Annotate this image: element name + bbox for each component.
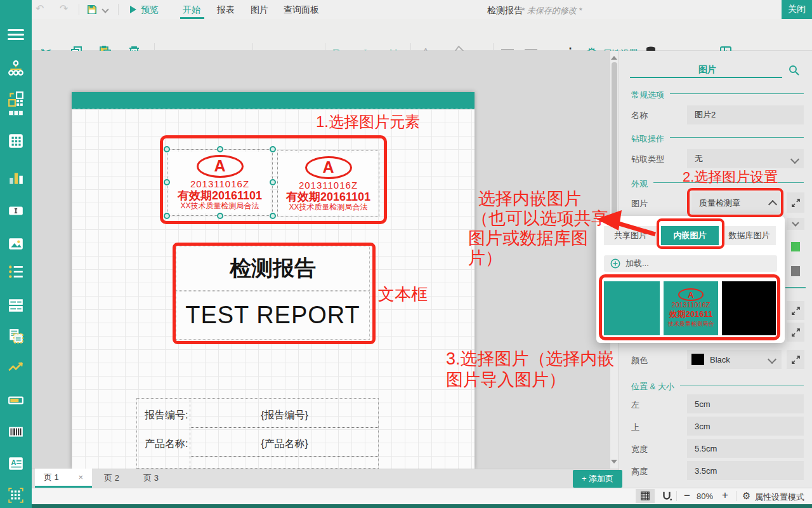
resize-handle-nw[interactable] [164,146,170,152]
stamp-logo: A [305,156,352,179]
table-row-value[interactable]: {报告编号} [190,409,379,422]
section-divider [653,182,804,183]
stamp-serial: 201311016Z [190,178,249,189]
color-expand-tile[interactable] [787,350,804,369]
save-options-chevron-icon[interactable] [102,6,108,13]
thumbnail-teal-image[interactable] [604,281,660,335]
subreport-icon[interactable] [8,328,24,344]
rich-text-icon[interactable]: A [8,455,24,472]
table-icon[interactable] [8,297,24,314]
width-field[interactable]: 5.5cm [687,439,804,458]
stamp-agency: XX技术质量检测局合法 [289,203,367,211]
close-button[interactable]: 关闭 [782,0,812,19]
image-icon[interactable] [8,236,24,252]
table-row-value[interactable]: {产品名称} [190,438,379,451]
stamp-letter: A [322,159,334,175]
preview-button[interactable]: 预览 [141,4,159,16]
drill-type-select[interactable]: 无 [687,149,804,168]
stamp-image-1[interactable]: A 201311016Z 有效期20161101 XX技术质量检测局合法 [169,152,270,213]
tab-database-images[interactable]: 数据库图片 [723,226,776,245]
color-label: 颜色 [631,355,648,366]
mode-gear-icon[interactable]: ⚙ [742,490,750,502]
stamp-agency: 技术质量检测局合 [668,320,714,328]
resize-handle-s[interactable] [217,213,223,219]
image-picker-popup: 共享图片 内嵌图片 数据库图片 加载... A 201311016Z 效期201… [596,216,785,343]
name-field[interactable]: 图片2 [687,105,804,124]
grid-toggle-button[interactable] [636,489,655,503]
bar-chart-icon[interactable] [8,170,24,186]
hierarchy-icon[interactable] [8,60,24,76]
page-tab-1[interactable]: 页 1 × [35,469,92,488]
status-bar [32,488,812,504]
zoom-in-button[interactable]: + [722,489,728,502]
tablix-icon[interactable] [8,487,24,504]
textbox-icon[interactable] [8,203,24,219]
add-page-button[interactable]: + 添加页 [573,470,622,488]
thumbnail-black-image[interactable] [722,281,776,335]
section-general-options: 常规选项 [631,90,664,101]
panel-title: 图片 [631,64,783,76]
hidden-row-expand-tile[interactable] [787,323,804,342]
resize-handle-n[interactable] [217,146,223,152]
zoom-out-button[interactable]: − [684,490,690,502]
progress-bar-icon[interactable] [8,392,24,408]
left-field[interactable]: 5cm [687,394,804,413]
tab-query-panel[interactable]: 查询面板 [284,4,319,16]
tab-report[interactable]: 报表 [217,4,235,16]
stamp-agency: XX技术质量检测局合法 [180,202,259,210]
save-icon[interactable] [86,4,98,15]
resize-handle-ne[interactable] [270,146,276,152]
stamp-image-2[interactable]: A 201311016Z 有效期20161101 XX技术质量检测局合法 [279,153,377,215]
thumbnail-stamp-image[interactable]: A 201311016Z 效期201611 技术质量检测局合 [664,281,718,335]
resize-handle-e[interactable] [270,179,276,185]
table-row-label[interactable]: 产品名称: [145,438,188,451]
table-row-label[interactable]: 报告编号: [145,409,188,422]
hidden-row-expand-tile[interactable] [787,301,804,320]
load-image-button[interactable]: 加载... [604,255,777,272]
page-tab-2[interactable]: 页 2 [92,469,131,488]
play-icon[interactable] [130,6,136,13]
top-field[interactable]: 3cm [687,417,804,436]
scroll-up-icon[interactable] [611,56,617,60]
left-label: 左 [631,399,639,411]
resize-handle-w[interactable] [164,179,170,185]
textbox-title-en[interactable]: TEST REPORT [176,291,370,340]
collapsed-toolbox-icon[interactable] [8,109,24,117]
chevron-down-icon [792,219,799,226]
gray-color-swatch[interactable] [791,266,800,276]
height-field[interactable]: 3.5cm [687,461,804,480]
name-label: 名称 [631,110,648,121]
scroll-down-icon[interactable] [611,460,617,464]
matrix-icon[interactable] [8,133,24,149]
tab-embedded-images[interactable]: 内嵌图片 [661,226,719,245]
report-designer-window: ↶ ↷ 预览 开始 报表 图片 查询面板 检测报告 * 未保存的修改 * 关闭 … [0,0,812,508]
green-color-swatch[interactable] [791,242,800,251]
redo-icon[interactable]: ↷ [60,3,68,15]
toolbar: ✂ B I U A [0,19,812,51]
components-icon[interactable] [8,91,24,107]
sparkline-icon[interactable] [8,359,24,375]
report-fields-table[interactable]: 报告编号: {报告编号} 产品名称: {产品名称} [136,398,379,469]
undo-icon[interactable]: ↶ [36,3,44,15]
tab-home[interactable]: 开始 [183,4,200,16]
close-page-icon[interactable]: × [78,472,83,482]
design-canvas[interactable]: A 201311016Z 有效期20161101 XX技术质量检测局合法 A 2… [32,51,610,469]
menu-icon[interactable] [8,27,24,43]
tab-shared-images[interactable]: 共享图片 [604,226,657,245]
barcode-icon[interactable] [8,424,24,440]
resize-handle-sw[interactable] [164,213,170,219]
page-header-band[interactable] [72,92,475,109]
image-select[interactable]: 质量检测章 [691,192,780,213]
search-icon[interactable] [789,65,799,76]
page-tab-3[interactable]: 页 3 [131,469,171,488]
list-icon[interactable] [8,264,24,280]
stamp-serial: 201311016Z [299,180,358,190]
resize-handle-se[interactable] [270,213,276,219]
image-expand-tile[interactable] [787,192,804,213]
textbox-title-cn[interactable]: 检测报告 [176,246,370,291]
hidden-row-chevron-tile[interactable] [787,218,804,230]
tab-image[interactable]: 图片 [251,4,268,16]
divider [118,4,119,15]
snap-magnet-icon[interactable] [661,490,672,502]
svg-text:A: A [11,458,16,466]
